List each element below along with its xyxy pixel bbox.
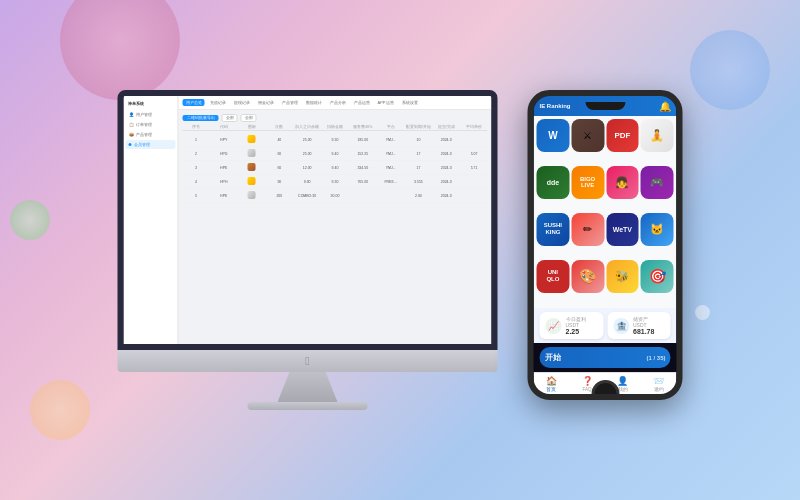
imac-screen-inner: 神单系统 👤 用户管理 📋 订单管理 📦 产品管理 bbox=[124, 96, 492, 344]
deco-circle-2 bbox=[690, 30, 770, 110]
sidebar-header: 神单系统 bbox=[126, 100, 176, 107]
th-avg: 平均单价 bbox=[461, 125, 488, 129]
sidebar-item-order[interactable]: 📋 订单管理 bbox=[126, 120, 176, 129]
sidebar-icon-product: 📦 bbox=[129, 132, 134, 137]
nav-home[interactable]: 🏠 首页 bbox=[534, 373, 570, 394]
assets-label: 储资产USDT bbox=[633, 316, 654, 328]
th-fee: 服务费46% bbox=[349, 125, 376, 129]
th-platform: 平台 bbox=[377, 125, 404, 129]
dashboard-content: 二维码批量导出 全部 全部 序号 代码 图标 次数 加入之日余额 扣除金额 bbox=[179, 110, 492, 344]
sidebar-item-member[interactable]: 会员管理 bbox=[126, 140, 176, 149]
apple-logo-icon:  bbox=[305, 354, 309, 368]
table-header: 序号 代码 图标 次数 加入之日余额 扣除金额 服务费46% 平台 配置到期/开… bbox=[183, 125, 488, 131]
nav-profile-label: 我的 bbox=[618, 387, 628, 392]
sidebar-icon-user: 👤 bbox=[129, 112, 134, 117]
phone-wrapper: IE Ranking 🔔 W ⚔ PDF 🧘 dde BIGOLIVE 👧 🎮 … bbox=[528, 90, 683, 400]
stat-card-assets: 🏦 储资产USDT 681.78 bbox=[607, 312, 671, 339]
dashboard-sidebar: 神单系统 👤 用户管理 📋 订单管理 📦 产品管理 bbox=[124, 96, 179, 344]
dashboard-topbar: 用户总览 充值记录 提现记录 佣金记录 产品管理 数据统计 产品分析 产品运营 … bbox=[179, 96, 492, 110]
phone-topbar-title: IE Ranking bbox=[540, 103, 571, 109]
imac-wrapper: 神单系统 👤 用户管理 📋 订单管理 📦 产品管理 bbox=[118, 90, 498, 410]
table-row: 2 HPG 60 25.00 9.40 152.25 YMJ... 17 202… bbox=[183, 147, 488, 161]
app-icon-extra1[interactable]: 🎨 bbox=[571, 260, 604, 293]
filter-bar: 二维码批量导出 全部 全部 bbox=[183, 114, 488, 122]
app-icon-yoga[interactable]: 🧘 bbox=[641, 119, 674, 152]
tab-9[interactable]: 系统设置 bbox=[399, 99, 421, 106]
deco-circle-3 bbox=[30, 380, 90, 440]
phone-home-button[interactable] bbox=[591, 380, 619, 400]
app-icon-golf[interactable]: dde bbox=[537, 166, 570, 199]
stat-card-profit: 📈 今日盈利USDT 2.25 bbox=[540, 312, 604, 339]
dashboard: 神单系统 👤 用户管理 📋 订单管理 📦 产品管理 bbox=[124, 96, 492, 344]
deco-circle-4 bbox=[10, 200, 50, 240]
profit-icon: 📈 bbox=[546, 318, 562, 334]
app-grid: W ⚔ PDF 🧘 dde BIGOLIVE 👧 🎮 SUSHIKING ✏ W… bbox=[534, 116, 677, 308]
tab-3[interactable]: 佣金记录 bbox=[255, 99, 277, 106]
table-row: 1 HPY 40 25.00 9.30 195.00 YMJ... 10 202… bbox=[183, 133, 488, 147]
tab-7[interactable]: 产品运营 bbox=[351, 99, 373, 106]
deco-circle-1 bbox=[60, 0, 180, 100]
tab-4[interactable]: 产品管理 bbox=[279, 99, 301, 106]
app-icon-clash[interactable]: ⚔ bbox=[571, 119, 604, 152]
th-balance: 加入之日余额 bbox=[294, 125, 321, 129]
app-icon-pdf[interactable]: PDF bbox=[606, 119, 639, 152]
start-button[interactable]: 开始 (1 / 35) bbox=[540, 347, 671, 368]
app-icon-draw[interactable]: ✏ bbox=[571, 213, 604, 246]
pagination-label: (1 / 35) bbox=[646, 355, 665, 361]
tab-8[interactable]: APP运营 bbox=[375, 99, 397, 106]
home-icon: 🏠 bbox=[546, 376, 557, 386]
app-icon-uniqlo[interactable]: UNIQLO bbox=[537, 260, 570, 293]
app-icon-bee[interactable]: 🐝 bbox=[606, 260, 639, 293]
tab-0[interactable]: 用户总览 bbox=[183, 99, 205, 106]
imac-base bbox=[248, 402, 368, 410]
tab-5[interactable]: 数据统计 bbox=[303, 99, 325, 106]
imac-screen: 神单系统 👤 用户管理 📋 订单管理 📦 产品管理 bbox=[118, 90, 498, 350]
app-icon-wetv[interactable]: WeTV bbox=[606, 213, 639, 246]
tab-2[interactable]: 提现记录 bbox=[231, 99, 253, 106]
invite-icon: 📨 bbox=[653, 376, 664, 386]
scene-container: 神单系统 👤 用户管理 📋 订单管理 📦 产品管理 bbox=[118, 90, 683, 410]
tab-6[interactable]: 产品分析 bbox=[327, 99, 349, 106]
assets-icon: 🏦 bbox=[613, 318, 629, 334]
th-deduct: 扣除金额 bbox=[322, 125, 349, 129]
active-indicator bbox=[129, 143, 132, 146]
filter-select[interactable]: 全部 bbox=[222, 114, 238, 122]
sidebar-item-product[interactable]: 📦 产品管理 bbox=[126, 130, 176, 139]
table-row: 3 HPE 60 12.00 9.40 334.50 YMJ... 17 202… bbox=[183, 161, 488, 175]
sidebar-item-user[interactable]: 👤 用户管理 bbox=[126, 110, 176, 119]
phone-screen: IE Ranking 🔔 W ⚔ PDF 🧘 dde BIGOLIVE 👧 🎮 … bbox=[534, 96, 677, 394]
app-icon-girls[interactable]: 👧 bbox=[606, 166, 639, 199]
app-icon-tom[interactable]: 🐱 bbox=[641, 213, 674, 246]
th-icon: 图标 bbox=[238, 125, 265, 129]
table-row: 5 HPE 200 COMBO:30 30.00 2.94 2024-0 bbox=[183, 189, 488, 203]
filter-select2[interactable]: 全部 bbox=[241, 114, 257, 122]
start-label: 开始 bbox=[545, 352, 561, 363]
imac-chin:  bbox=[118, 350, 498, 372]
th-submit: 提交/完成 bbox=[433, 125, 460, 129]
profit-label: 今日盈利USDT bbox=[566, 316, 586, 328]
app-icon-extra2[interactable]: 🎯 bbox=[641, 260, 674, 293]
nav-home-label: 首页 bbox=[546, 387, 556, 392]
th-count: 次数 bbox=[266, 125, 293, 129]
sidebar-icon-order: 📋 bbox=[129, 122, 134, 127]
export-button[interactable]: 二维码批量导出 bbox=[183, 115, 219, 121]
phone: IE Ranking 🔔 W ⚔ PDF 🧘 dde BIGOLIVE 👧 🎮 … bbox=[528, 90, 683, 400]
app-icon-word[interactable]: W bbox=[537, 119, 570, 152]
table-row: 4 HPH 90 9.00 9.30 765.00 FREE... 3.555 … bbox=[183, 175, 488, 189]
deco-circle-6 bbox=[695, 305, 710, 320]
phone-stats: 📈 今日盈利USDT 2.25 🏦 储资产USDT 681.78 bbox=[534, 308, 677, 343]
nav-invite[interactable]: 📨 邀约 bbox=[641, 373, 677, 394]
app-icon-sushi[interactable]: SUSHIKING bbox=[537, 213, 570, 246]
app-icon-bigo[interactable]: BIGOLIVE bbox=[571, 166, 604, 199]
tab-1[interactable]: 充值记录 bbox=[207, 99, 229, 106]
imac-stand bbox=[278, 372, 338, 402]
profit-value: 2.25 bbox=[566, 328, 586, 335]
phone-notch bbox=[585, 102, 625, 110]
th-num: 序号 bbox=[183, 125, 210, 129]
th-code: 代码 bbox=[210, 125, 237, 129]
bell-icon[interactable]: 🔔 bbox=[659, 101, 671, 112]
app-icon-anime[interactable]: 🎮 bbox=[641, 166, 674, 199]
faq-icon: ❓ bbox=[582, 376, 593, 386]
dashboard-main: 用户总览 充值记录 提现记录 佣金记录 产品管理 数据统计 产品分析 产品运营 … bbox=[179, 96, 492, 344]
nav-invite-label: 邀约 bbox=[654, 387, 664, 392]
